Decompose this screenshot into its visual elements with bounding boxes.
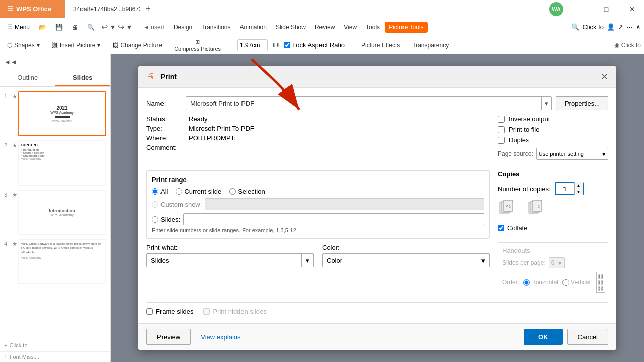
tab-slides[interactable]: Slides [55,70,111,86]
dialog-close-btn[interactable]: ✕ [601,71,608,82]
tab-view[interactable]: View [340,22,361,33]
redo-dropdown[interactable]: ▾ [126,21,133,33]
redo-btn[interactable]: ↪ [116,21,126,33]
inverse-output-checkbox[interactable] [498,116,505,123]
transparency-btn[interactable]: Transparency [408,40,453,51]
copies-down-btn[interactable]: ▼ [575,189,583,195]
handout-cell: 5 [598,286,600,291]
printer-select-wrapper[interactable]: Microsoft Print to PDF ▾ [186,96,552,110]
print-what-arrow[interactable]: ▾ [301,254,313,267]
color-arrow[interactable]: ▾ [477,254,489,267]
print-btn[interactable]: 🖨 [68,22,82,33]
print-hidden-row[interactable]: Print hidden slides [203,308,266,315]
new-tab-btn[interactable]: + [140,4,156,14]
duplex-checkbox[interactable] [498,137,505,144]
wps-office-tab[interactable]: ☰ WPS Office [0,0,65,18]
tab-animation[interactable]: Animation [236,22,271,33]
tab-transitions[interactable]: Transitions [197,22,234,33]
printer-dropdown-arrow[interactable]: ▾ [541,97,551,110]
sep1 [136,22,136,32]
share-icon[interactable]: ↗ [618,23,623,31]
spp-arrow[interactable]: ▾ [556,259,564,267]
collate-row[interactable]: Collate [498,224,608,232]
list-item[interactable]: 4 ★ WPS Office Software is a leading off… [4,239,106,284]
insert-picture-btn[interactable]: 🖼 Insert Picture ▾ [48,40,105,51]
size-arrows[interactable]: ⬆⬇ [272,42,280,48]
slide-thumbnail[interactable]: WPS Office Software is a leading office … [18,239,106,284]
list-item[interactable]: 1 ★ 2021 WPS Academy WPS Academy [4,91,106,136]
slide-thumbnail[interactable]: Introduction WPS Academy [18,190,106,235]
minimize-btn[interactable]: — [569,0,592,18]
tab-slideshow[interactable]: Slide Show [272,22,310,33]
slide-thumbnail[interactable]: CONTENT • Introduction • Section Header … [18,140,106,186]
all-radio-label[interactable]: All [152,188,168,195]
more-icon[interactable]: ⋯ [626,23,633,31]
lock-aspect-checkbox[interactable] [284,42,290,48]
print-what-select[interactable]: Slides ▾ [146,253,314,267]
doc-tab[interactable]: 34da8e1748ba2...b986728f1aa9d ✕ [65,0,140,18]
sidebar-collapse-btn[interactable]: ◄◄ [2,56,19,68]
frame-slides-row[interactable]: Frame slides [146,308,193,315]
copies-up-btn[interactable]: ▲ [575,182,583,189]
maximize-btn[interactable]: □ [595,0,618,18]
change-picture-btn[interactable]: 🖼 Change Picture [108,40,166,51]
vertical-radio[interactable] [562,279,569,286]
hamburger-icon: ☰ [7,5,13,13]
shapes-btn[interactable]: ⬡ Shapes ▾ [3,40,44,51]
tab-outline[interactable]: Outline [0,70,55,86]
tab-insert[interactable]: ◄ nsert [139,22,169,33]
slide-thumbnail[interactable]: 2021 WPS Academy WPS Academy [18,91,106,136]
duplex-label: Duplex [509,136,529,144]
horizontal-radio[interactable] [523,279,530,286]
print-to-file-row[interactable]: Print to file [498,126,608,133]
collate-checkbox[interactable] [498,225,504,231]
cancel-btn[interactable]: Cancel [567,329,608,345]
save-btn[interactable]: 💾 [51,22,67,33]
ok-btn[interactable]: OK [524,329,563,345]
slides-radio-label[interactable]: Slides: [152,216,180,223]
inverse-output-row[interactable]: Inverse output [498,115,608,123]
close-btn[interactable]: ✕ [621,0,644,18]
collapse-ribbon-icon[interactable]: ∧ [636,23,641,31]
undo-dropdown[interactable]: ▾ [109,21,116,33]
duplex-row[interactable]: Duplex [498,136,608,144]
vertical-radio-label[interactable]: Vertical [562,279,590,286]
tab-picture-tools[interactable]: Picture Tools [385,22,427,33]
size-input[interactable] [237,39,268,51]
all-radio[interactable] [152,188,158,195]
page-source-value: Use printer setting [537,151,600,157]
selection-radio-label[interactable]: Selection [229,188,265,195]
account-icon[interactable]: 👤 [607,23,615,31]
menu-btn[interactable]: ☰ Menu [3,22,34,33]
custom-show-radio[interactable] [152,201,158,208]
view-explains-btn[interactable]: View explains [195,329,247,345]
selection-radio[interactable] [229,188,236,195]
horizontal-radio-label[interactable]: Horizontal [523,279,558,286]
undo-btn[interactable]: ↩ [100,21,109,33]
tab-review[interactable]: Review [311,22,339,33]
tab-tools[interactable]: Tools [362,22,384,33]
copies-input[interactable] [556,183,574,194]
print-to-file-checkbox[interactable] [498,126,505,133]
current-slide-radio[interactable] [176,188,182,195]
find-btn[interactable]: 🔍 [83,22,99,33]
list-item[interactable]: 2 ★ CONTENT • Introduction • Section Hea… [4,140,106,186]
page-source-arrow[interactable]: ▾ [600,148,608,159]
list-item[interactable]: 3 ★ Introduction WPS Academy [4,190,106,235]
frame-slides-checkbox[interactable] [146,308,153,315]
spp-select[interactable]: 6 ▾ [549,257,565,268]
slides-radio[interactable] [152,216,158,223]
print-hidden-checkbox[interactable] [203,308,210,315]
current-slide-radio-label[interactable]: Current slide [176,188,221,195]
custom-show-label[interactable]: Custom show: [152,201,202,208]
preview-btn[interactable]: Preview [146,329,191,345]
add-slide-area[interactable]: + Click to [0,339,110,351]
tab-design[interactable]: Design [170,22,196,33]
open-btn[interactable]: 📂 [35,22,50,33]
compress-btn[interactable]: ⊞ Compress Pictures [170,37,225,54]
slides-range-input[interactable] [183,213,484,225]
properties-btn[interactable]: Properties... [556,96,608,110]
page-source-select[interactable]: Use printer setting ▾ [536,148,608,160]
picture-effects-btn[interactable]: Picture Effects [357,40,404,51]
color-select[interactable]: Color ▾ [322,253,490,267]
